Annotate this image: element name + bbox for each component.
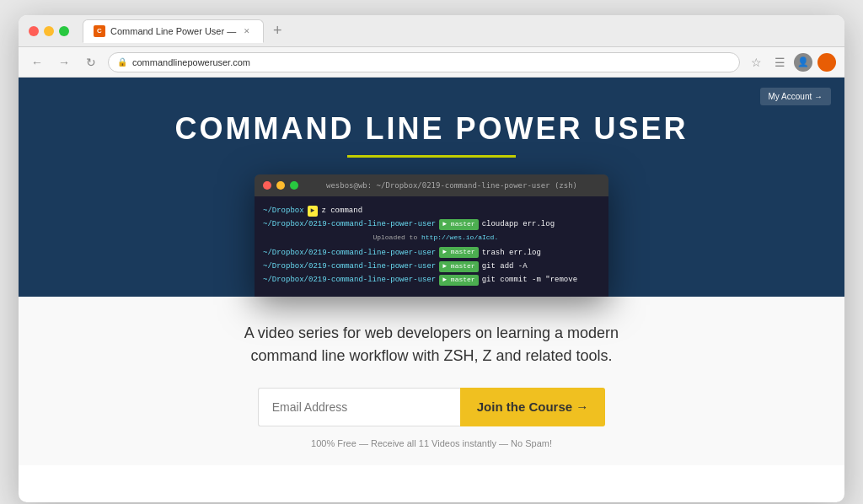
term-badge-4: ► master xyxy=(439,261,478,272)
page-content: My Account → COMMAND LINE POWER USER wes… xyxy=(19,78,844,502)
lock-icon: 🔒 xyxy=(117,57,127,67)
terminal-line-2: ~/Dropbox/0219-command-line-power-user ►… xyxy=(263,218,600,230)
back-button[interactable]: ← xyxy=(27,52,47,72)
close-button[interactable] xyxy=(29,26,39,36)
term-cmd-4: git add -A xyxy=(482,260,528,272)
tab-favicon-icon: C xyxy=(94,25,105,37)
traffic-lights xyxy=(29,26,69,36)
terminal-titlebar: wesbos@wb: ~/Dropbox/0219-command-line-p… xyxy=(255,174,608,196)
url-text: commandlinepoweruser.com xyxy=(132,57,250,67)
term-path-1: ~/Dropbox xyxy=(263,205,304,217)
term-minimize-icon xyxy=(276,181,285,190)
site-title: COMMAND LINE POWER USER xyxy=(35,111,828,147)
forward-button[interactable]: → xyxy=(54,52,74,72)
title-underline xyxy=(347,155,516,158)
account-circle-icon[interactable] xyxy=(817,53,836,72)
terminal-body: ~/Dropbox ► z command ~/Dropbox/0219-com… xyxy=(255,196,608,297)
terminal-line-1: ~/Dropbox ► z command xyxy=(263,205,600,217)
term-path-4: ~/Dropbox/0219-command-line-power-user xyxy=(263,260,436,272)
my-account-button[interactable]: My Account → xyxy=(760,88,831,105)
maximize-button[interactable] xyxy=(59,26,69,36)
content-section: A video series for web developers on lea… xyxy=(19,297,844,465)
reload-button[interactable]: ↻ xyxy=(81,52,101,72)
term-path-2: ~/Dropbox/0219-command-line-power-user xyxy=(263,218,436,230)
terminal-wrapper: wesbos@wb: ~/Dropbox/0219-command-line-p… xyxy=(35,174,828,297)
email-input[interactable] xyxy=(258,388,460,426)
term-path-5: ~/Dropbox/0219-command-line-power-user xyxy=(263,274,436,286)
terminal-line-3: ~/Dropbox/0219-command-line-power-user ►… xyxy=(263,247,600,259)
tab-title: Command Line Power User — xyxy=(110,26,236,36)
cta-row: Join the Course → xyxy=(35,388,828,426)
reading-list-icon[interactable]: ☰ xyxy=(770,53,789,72)
address-bar[interactable]: 🔒 commandlinepoweruser.com xyxy=(108,52,740,72)
term-cmd-5: git commit -m "remove xyxy=(482,274,577,286)
term-upload-link: http://wes.io/aIcd. xyxy=(421,233,498,241)
browser-titlebar: C Command Line Power User — ✕ + xyxy=(19,15,844,47)
active-tab[interactable]: C Command Line Power User — ✕ xyxy=(83,19,264,43)
profile-icon[interactable]: 👤 xyxy=(794,53,812,72)
join-course-button[interactable]: Join the Course → xyxy=(460,388,606,426)
term-badge-2: ► master xyxy=(439,219,478,230)
description-text: A video series for web developers on lea… xyxy=(212,322,651,367)
terminal-window: wesbos@wb: ~/Dropbox/0219-command-line-p… xyxy=(255,174,608,297)
tab-close-icon[interactable]: ✕ xyxy=(241,25,253,37)
term-maximize-icon xyxy=(290,181,298,190)
hero-section: My Account → COMMAND LINE POWER USER wes… xyxy=(19,78,844,297)
bookmark-icon[interactable]: ☆ xyxy=(747,53,765,72)
term-badge-3: ► master xyxy=(439,247,478,258)
browser-window: C Command Line Power User — ✕ + ← → ↻ 🔒 … xyxy=(19,15,844,502)
tab-bar: C Command Line Power User — ✕ + xyxy=(83,19,834,43)
fine-print-text: 100% Free — Receive all 11 Videos instan… xyxy=(35,438,828,448)
terminal-line-4: ~/Dropbox/0219-command-line-power-user ►… xyxy=(263,260,600,272)
new-tab-button[interactable]: + xyxy=(267,21,287,41)
terminal-line-5: ~/Dropbox/0219-command-line-power-user ►… xyxy=(263,274,600,286)
minimize-button[interactable] xyxy=(44,26,54,36)
terminal-upload-line: Uploaded to http://wes.io/aIcd. xyxy=(263,233,600,244)
term-cmd-3: trash err.log xyxy=(482,247,541,259)
term-close-icon xyxy=(263,181,271,190)
term-arrow-1: ► xyxy=(308,206,319,217)
term-cmd-2: cloudapp err.log xyxy=(482,218,555,230)
terminal-title-text: wesbos@wb: ~/Dropbox/0219-command-line-p… xyxy=(303,181,600,190)
term-cmd-1: z command xyxy=(321,205,362,217)
browser-toolbar: ← → ↻ 🔒 commandlinepoweruser.com ☆ ☰ 👤 xyxy=(19,47,844,78)
toolbar-icons: ☆ ☰ 👤 xyxy=(747,53,836,72)
term-path-3: ~/Dropbox/0219-command-line-power-user xyxy=(263,247,436,259)
term-badge-5: ► master xyxy=(439,275,478,286)
